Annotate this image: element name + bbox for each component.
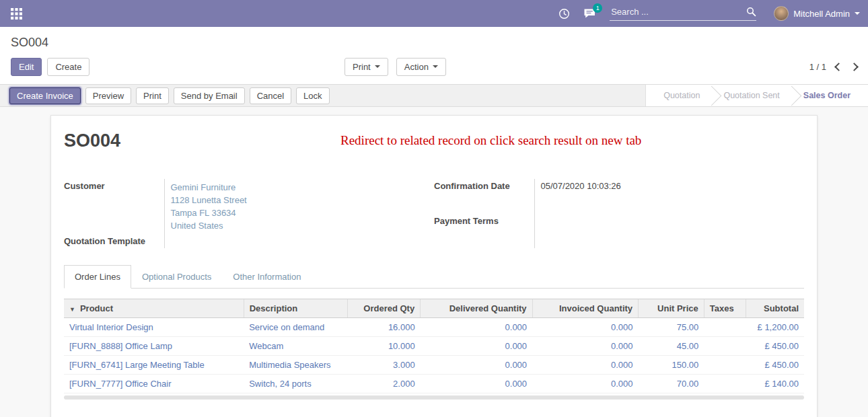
confirmation-date-value: 05/07/2020 10:03:26 (534, 179, 804, 214)
unit-price-cell: 45.00 (639, 337, 704, 356)
send-by-email-button[interactable]: Send by Email (174, 87, 245, 104)
col-header-invoiced-quantity[interactable]: Invoiced Quantity (532, 299, 638, 318)
table-row[interactable]: Virtual Interior Design Service on deman… (64, 318, 804, 337)
customer-label: Customer (64, 179, 164, 234)
control-panel: SO004 Edit Create Print Action 1 / 1 Cre… (0, 27, 868, 107)
invoiced-qty-cell: 0.000 (532, 356, 638, 375)
col-header-subtotal[interactable]: Subtotal (746, 299, 804, 318)
chevron-down-icon (375, 65, 380, 68)
right-field-group: Confirmation Date 05/07/2020 10:03:26 Pa… (434, 179, 804, 248)
sort-caret-icon: ▼ (69, 306, 75, 313)
taxes-cell (704, 337, 746, 356)
chevron-down-icon (433, 65, 438, 68)
lock-button[interactable]: Lock (296, 87, 329, 104)
delivered-qty-cell: 0.000 (421, 356, 532, 375)
statusbar: Create Invoice Preview Print Send by Ema… (0, 84, 868, 107)
col-header-description[interactable]: Description (244, 299, 348, 318)
unit-price-cell: 150.00 (639, 356, 704, 375)
messages-badge: 1 (593, 3, 602, 13)
search-icon[interactable] (746, 7, 756, 17)
customer-city: Tampa FL 33634 (171, 206, 435, 219)
customer-country: United States (171, 219, 435, 232)
table-horizontal-scrollbar[interactable] (64, 395, 804, 400)
preview-button[interactable]: Preview (85, 87, 131, 104)
notebook-tabs: Order Lines Optional Products Other Info… (64, 264, 804, 289)
product-link[interactable]: [FURN_8888] Office Lamp (69, 341, 172, 351)
sheet-header: SO004 Redirect to related record on clic… (64, 130, 804, 157)
state-quotation-sent[interactable]: Quotation Sent (713, 85, 790, 106)
invoiced-qty-cell: 0.000 (532, 337, 638, 356)
product-link[interactable]: [FURN_7777] Office Chair (69, 379, 172, 389)
description-cell: Switch, 24 ports (244, 375, 348, 393)
breadcrumb: SO004 (0, 36, 868, 50)
top-navbar: 1 Mitchell Admin (0, 0, 868, 27)
state-sales-order[interactable]: Sales Order (793, 85, 861, 106)
print-menu-button[interactable]: Print (345, 58, 388, 76)
annotation-text: Redirect to related record on click sear… (340, 133, 641, 148)
tab-optional-products[interactable]: Optional Products (131, 265, 222, 289)
delivered-qty-cell: 0.000 (421, 337, 532, 356)
field-groups: Customer Gemini Furniture 1128 Lunetta S… (64, 179, 804, 248)
description-cell: Multimedia Speakers (244, 356, 348, 375)
col-header-ordered-qty[interactable]: Ordered Qty (348, 299, 421, 318)
ordered-qty-cell: 16.000 (348, 318, 421, 337)
pager-next-icon[interactable] (850, 63, 859, 71)
user-menu[interactable]: Mitchell Admin (774, 6, 860, 21)
cancel-button[interactable]: Cancel (250, 87, 291, 104)
navbar-right: 1 Mitchell Admin (558, 6, 860, 21)
pager-counter: 1 / 1 (809, 62, 826, 72)
create-button[interactable]: Create (47, 58, 89, 76)
unit-price-cell: 75.00 (639, 318, 704, 337)
col-header-unit-price[interactable]: Unit Price (639, 299, 704, 318)
navbar-left (8, 5, 25, 22)
control-panel-left: Edit Create (11, 58, 89, 76)
table-row[interactable]: [FURN_7777] Office Chair Switch, 24 port… (64, 375, 804, 393)
edit-button[interactable]: Edit (11, 58, 42, 76)
navbar-search (610, 6, 756, 21)
invoiced-qty-cell: 0.000 (532, 318, 638, 337)
control-panel-center: Print Action (345, 58, 446, 76)
payment-terms-label: Payment Terms (434, 214, 534, 249)
col-header-taxes[interactable]: Taxes (704, 299, 746, 318)
table-header-row: ▼Product Description Ordered Qty Deliver… (64, 299, 804, 318)
product-link[interactable]: [FURN_6741] Large Meeting Table (69, 360, 205, 370)
delivered-qty-cell: 0.000 (421, 318, 532, 337)
col-header-delivered-quantity[interactable]: Delivered Quantity (421, 299, 532, 318)
confirmation-date-label: Confirmation Date (434, 179, 534, 214)
subtotal-cell: £ 450.00 (746, 337, 804, 356)
ordered-qty-cell: 3.000 (348, 356, 421, 375)
quotation-template-label: Quotation Template (64, 234, 164, 248)
product-link[interactable]: Virtual Interior Design (69, 322, 153, 332)
customer-name-link[interactable]: Gemini Furniture (171, 181, 435, 194)
unit-price-cell: 70.00 (639, 375, 704, 393)
table-row[interactable]: [FURN_6741] Large Meeting Table Multimed… (64, 356, 804, 375)
table-row[interactable]: [FURN_8888] Office Lamp Webcam 10.000 0.… (64, 337, 804, 356)
subtotal-cell: £ 1,200.00 (746, 318, 804, 337)
payment-terms-value (534, 214, 804, 249)
col-header-product-label: Product (80, 303, 113, 313)
subtotal-cell: £ 140.00 (746, 375, 804, 393)
statusbar-buttons: Create Invoice Preview Print Send by Ema… (0, 85, 339, 106)
search-input[interactable] (610, 6, 746, 17)
pager-previous-icon[interactable] (834, 63, 843, 71)
action-menu-button[interactable]: Action (396, 58, 446, 76)
description-cell: Service on demand (244, 318, 348, 337)
tab-order-lines[interactable]: Order Lines (64, 265, 131, 289)
order-lines-table: ▼Product Description Ordered Qty Deliver… (64, 299, 804, 393)
customer-value: Gemini Furniture 1128 Lunetta Street Tam… (164, 179, 434, 234)
print-button[interactable]: Print (136, 87, 169, 104)
delivered-qty-cell: 0.000 (421, 375, 532, 393)
description-cell: Webcam (244, 337, 348, 356)
tab-other-information[interactable]: Other Information (222, 265, 312, 289)
action-menu-label: Action (404, 61, 429, 73)
activities-clock-icon[interactable] (558, 8, 570, 20)
messages-icon[interactable]: 1 (583, 8, 596, 19)
col-header-product[interactable]: ▼Product (64, 299, 244, 318)
create-invoice-button[interactable]: Create Invoice (9, 87, 81, 104)
invoiced-qty-cell: 0.000 (532, 375, 638, 393)
left-field-group: Customer Gemini Furniture 1128 Lunetta S… (64, 179, 434, 248)
chevron-down-icon (855, 12, 860, 15)
control-panel-buttons: Edit Create Print Action 1 / 1 (0, 57, 868, 76)
statusbar-states: Quotation Quotation Sent Sales Order (645, 85, 868, 106)
apps-menu-icon[interactable] (8, 5, 25, 22)
